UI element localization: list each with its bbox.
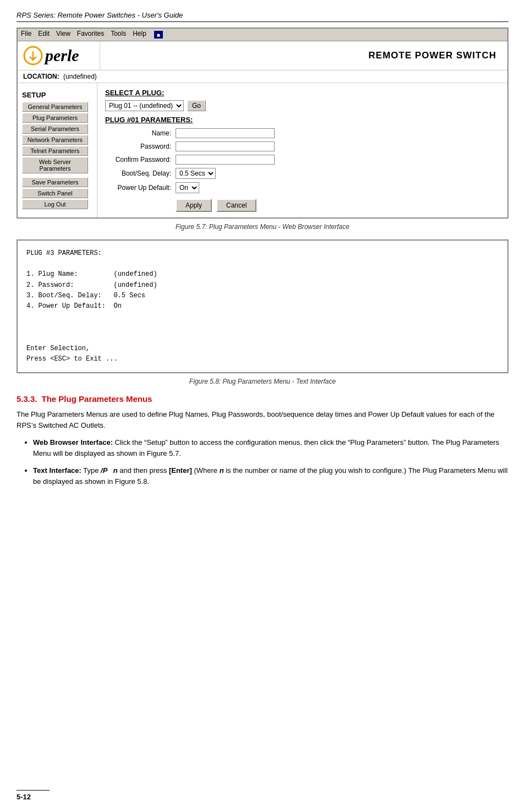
- sidebar-webserver-parameters[interactable]: Web Server Parameters: [22, 157, 88, 173]
- boot-label: Boot/Seq. Delay:: [105, 170, 171, 177]
- section-heading: 5.3.3. The Plug Parameters Menus: [17, 394, 508, 404]
- browser-header-area: perle REMOTE POWER SWITCH: [18, 41, 507, 70]
- name-label: Name:: [105, 129, 171, 137]
- sidebar-telnet-parameters[interactable]: Telnet Parameters: [22, 146, 88, 156]
- power-select[interactable]: On: [176, 182, 199, 193]
- boot-row: Boot/Seq. Delay: 0.5 Secs: [105, 168, 500, 179]
- browser-menubar: File Edit View Favorites Tools Help ■: [18, 29, 507, 41]
- bullet-text-middle: and then press: [118, 466, 169, 475]
- bullet-list: Web Browser Interface: Click the “Setup”…: [33, 437, 508, 487]
- select-plug-row: Plug 01 -- (undefined) Go: [105, 100, 500, 111]
- boot-select[interactable]: 0.5 Secs: [176, 168, 216, 179]
- select-plug-title: SELECT A PLUG:: [105, 89, 500, 97]
- sidebar-log-out[interactable]: Log Out: [22, 199, 88, 209]
- action-row: Apply Cancel: [176, 199, 500, 212]
- apply-button[interactable]: Apply: [176, 199, 212, 212]
- section-intro: The Plug Parameters Menus are used to de…: [17, 409, 508, 430]
- bullet-web-prefix: Web Browser Interface:: [33, 438, 113, 446]
- figure-57-caption: Figure 5.7: Plug Parameters Menu - Web B…: [17, 223, 508, 231]
- right-content: SELECT A PLUG: Plug 01 -- (undefined) Go…: [97, 83, 507, 217]
- cancel-button[interactable]: Cancel: [216, 199, 256, 212]
- location-value: (undefined): [63, 73, 97, 80]
- confirm-label: Confirm Password:: [105, 156, 171, 164]
- browser-window: File Edit View Favorites Tools Help ■ pe…: [17, 28, 508, 219]
- page-number: 5-12: [17, 793, 31, 801]
- menu-favorites[interactable]: Favorites: [77, 30, 104, 40]
- password-input[interactable]: [176, 141, 275, 151]
- section-title: The Plug Parameters Menus: [42, 394, 152, 404]
- page-footer: 5-12: [17, 790, 50, 801]
- left-sidebar: SETUP General Parameters Plug Parameters…: [18, 83, 97, 217]
- bullet-command: /P n: [101, 466, 118, 475]
- power-label: Power Up Default:: [105, 184, 171, 192]
- page-header: RPS Series: Remote Power Switches - User…: [17, 11, 508, 22]
- plug-params-title: PLUG #01 PARAMETERS:: [105, 116, 500, 124]
- power-row: Power Up Default: On: [105, 182, 500, 193]
- menu-tools[interactable]: Tools: [111, 30, 126, 40]
- name-input[interactable]: [176, 128, 275, 138]
- menu-file[interactable]: File: [21, 30, 31, 40]
- rps-title: REMOTE POWER SWITCH: [100, 41, 507, 70]
- location-row: LOCATION: (undefined): [18, 70, 507, 83]
- plug-select-dropdown[interactable]: Plug 01 -- (undefined): [105, 100, 184, 111]
- name-row: Name:: [105, 128, 500, 138]
- menu-edit[interactable]: Edit: [38, 30, 50, 40]
- brand-name: perle: [45, 46, 79, 65]
- plug-params-section: PLUG #01 PARAMETERS: Name: Password: Con…: [105, 116, 500, 212]
- logo-area: perle: [18, 41, 100, 70]
- content-area: SETUP General Parameters Plug Parameters…: [18, 83, 507, 217]
- bullet-web: Web Browser Interface: Click the “Setup”…: [33, 437, 508, 459]
- figure-58-caption: Figure 5.8: Plug Parameters Menu - Text …: [17, 378, 508, 385]
- sidebar-plug-parameters[interactable]: Plug Parameters: [22, 113, 88, 123]
- terminal-window: PLUG #3 PARAMETERS: 1. Plug Name: (undef…: [17, 239, 508, 373]
- sidebar-network-parameters[interactable]: Network Parameters: [22, 135, 88, 145]
- perle-logo-icon: [23, 46, 43, 66]
- sidebar-switch-panel[interactable]: Switch Panel: [22, 188, 88, 198]
- sidebar-serial-parameters[interactable]: Serial Parameters: [22, 124, 88, 134]
- enter-key: [Enter]: [169, 466, 192, 475]
- terminal-content: PLUG #3 PARAMETERS: 1. Plug Name: (undef…: [26, 248, 499, 364]
- location-label: LOCATION:: [23, 73, 59, 80]
- setup-label: SETUP: [22, 91, 92, 99]
- confirm-input[interactable]: [176, 155, 275, 165]
- bullet-text-prefix: Text Interface:: [33, 466, 81, 475]
- bullet-text: Text Interface: Type /P n and then press…: [33, 465, 508, 487]
- go-button[interactable]: Go: [187, 100, 206, 111]
- windows-icon: ■: [154, 31, 163, 39]
- confirm-row: Confirm Password:: [105, 155, 500, 165]
- password-row: Password:: [105, 141, 500, 151]
- menu-view[interactable]: View: [56, 30, 70, 40]
- bullet-text-before: Type: [83, 466, 101, 475]
- section-number: 5.3.3.: [17, 394, 37, 404]
- password-label: Password:: [105, 143, 171, 150]
- menu-help[interactable]: Help: [133, 30, 146, 40]
- sidebar-save-parameters[interactable]: Save Parameters: [22, 177, 88, 187]
- sidebar-general-parameters[interactable]: General Parameters: [22, 102, 88, 112]
